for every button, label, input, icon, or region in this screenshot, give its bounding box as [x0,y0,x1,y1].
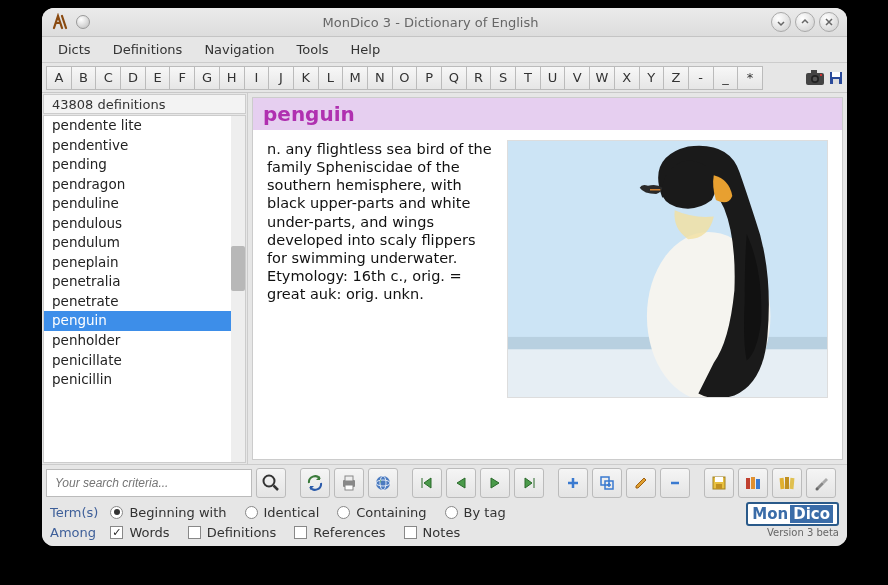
search-input[interactable] [46,469,252,497]
library-button[interactable] [738,468,768,498]
alpha-btn-h[interactable]: H [219,66,245,90]
alpha-btn-z[interactable]: Z [663,66,689,90]
word-item[interactable]: peneplain [44,253,245,273]
alpha-btn--[interactable]: - [688,66,714,90]
add-button[interactable] [558,468,588,498]
svg-rect-23 [715,477,723,482]
alpha-btn-u[interactable]: U [540,66,566,90]
globe-button[interactable] [368,468,398,498]
alpha-btn-_[interactable]: _ [713,66,739,90]
alpha-btn-m[interactable]: M [342,66,368,90]
print-button[interactable] [334,468,364,498]
svg-rect-7 [833,79,839,84]
app-icon [50,12,70,32]
svg-rect-30 [789,477,794,488]
word-item[interactable]: penguin [44,311,245,331]
check-notes[interactable]: Notes [404,525,461,540]
alpha-btn-w[interactable]: W [589,66,615,90]
terms-label: Term(s) [50,505,98,520]
scrollbar-thumb[interactable] [231,246,245,291]
titlebar-extra-icon [76,15,90,29]
edit-button[interactable] [626,468,656,498]
alpha-btn-v[interactable]: V [564,66,590,90]
svg-point-12 [264,475,275,486]
menu-dicts[interactable]: Dicts [48,39,101,60]
alpha-btn-q[interactable]: Q [441,66,467,90]
alpha-btn-x[interactable]: X [614,66,640,90]
svg-rect-3 [811,70,817,74]
alpha-btn-t[interactable]: T [515,66,541,90]
nav-prev-button[interactable] [446,468,476,498]
scrollbar[interactable] [231,116,245,462]
alpha-btn-k[interactable]: K [293,66,319,90]
word-item[interactable]: pendragon [44,175,245,195]
menu-navigation[interactable]: Navigation [194,39,284,60]
duplicate-button[interactable] [592,468,622,498]
alpha-btn-i[interactable]: I [244,66,270,90]
menu-definitions[interactable]: Definitions [103,39,193,60]
word-item[interactable]: penholder [44,331,245,351]
word-item[interactable]: penicillate [44,351,245,371]
checkbox-icon [294,526,307,539]
definition-body: n. any flightless sea bird of the family… [267,141,492,266]
settings-button[interactable] [806,468,836,498]
radio-containing[interactable]: Containing [337,505,426,520]
radio-identical[interactable]: Identical [245,505,320,520]
alpha-btn-c[interactable]: C [95,66,121,90]
checkbox-icon [404,526,417,539]
remove-button[interactable] [660,468,690,498]
word-item[interactable]: penetrate [44,292,245,312]
word-item[interactable]: penicillin [44,370,245,390]
word-item[interactable]: pendulous [44,214,245,234]
nav-first-button[interactable] [412,468,442,498]
check-definitions[interactable]: Definitions [188,525,277,540]
refresh-button[interactable] [300,468,330,498]
alpha-btn-a[interactable]: A [46,66,72,90]
nav-last-button[interactable] [514,468,544,498]
word-list[interactable]: pendente litependentivependingpendragonp… [43,115,246,463]
nav-next-button[interactable] [480,468,510,498]
alpha-btn-e[interactable]: E [145,66,171,90]
alpha-btn-*[interactable]: * [737,66,763,90]
search-button[interactable] [256,468,286,498]
titlebar[interactable]: MonDico 3 - Dictionary of English [42,8,847,37]
check-references[interactable]: References [294,525,385,540]
svg-rect-6 [832,72,840,77]
radio-beginning-with[interactable]: Beginning with [110,505,226,520]
radio-by-tag[interactable]: By tag [445,505,506,520]
camera-icon[interactable] [803,66,829,90]
word-item[interactable]: pendente lite [44,116,245,136]
svg-rect-26 [751,477,755,489]
maximize-button[interactable] [795,12,815,32]
menu-help[interactable]: Help [341,39,391,60]
svg-rect-27 [756,479,760,489]
definition-text: n. any flightless sea bird of the family… [267,140,497,398]
word-item[interactable]: penduline [44,194,245,214]
alpha-btn-n[interactable]: N [367,66,393,90]
check-words[interactable]: Words [110,525,169,540]
alpha-btn-l[interactable]: L [318,66,344,90]
menu-tools[interactable]: Tools [287,39,339,60]
alpha-btn-j[interactable]: J [268,66,294,90]
word-item[interactable]: penetralia [44,272,245,292]
alpha-btn-g[interactable]: G [194,66,220,90]
alpha-btn-b[interactable]: B [71,66,97,90]
svg-rect-25 [746,478,750,489]
save-icon[interactable] [829,71,843,85]
alpha-btn-f[interactable]: F [169,66,195,90]
save-button[interactable] [704,468,734,498]
word-item[interactable]: pendulum [44,233,245,253]
books-button[interactable] [772,468,802,498]
alpha-btn-o[interactable]: O [392,66,418,90]
word-item[interactable]: pending [44,155,245,175]
word-item[interactable]: pendentive [44,136,245,156]
toolbar [42,464,847,500]
minimize-button[interactable] [771,12,791,32]
close-button[interactable] [819,12,839,32]
alpha-btn-p[interactable]: P [416,66,442,90]
alpha-btn-s[interactable]: S [490,66,516,90]
alpha-btn-y[interactable]: Y [639,66,665,90]
alpha-btn-r[interactable]: R [466,66,492,90]
svg-rect-28 [780,477,785,488]
alpha-btn-d[interactable]: D [120,66,146,90]
